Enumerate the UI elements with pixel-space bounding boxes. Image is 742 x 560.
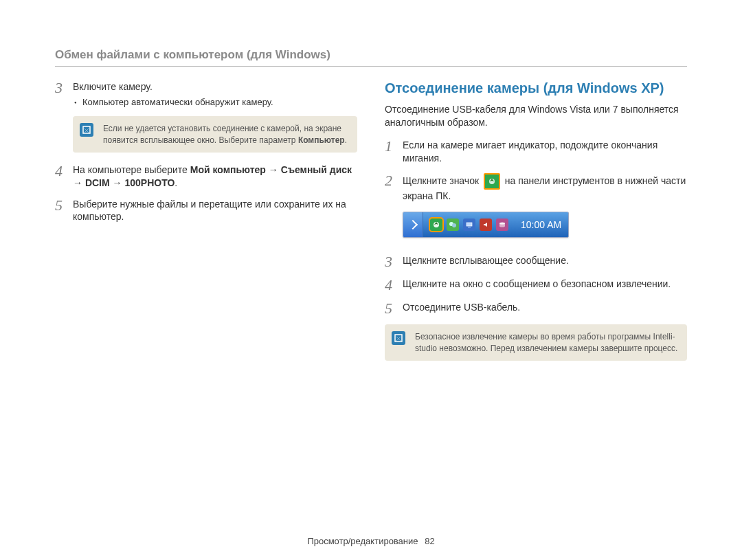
step-3: 3 Включите камеру. Компьютер автоматичес… xyxy=(55,80,357,108)
chevron-right-icon xyxy=(408,220,418,229)
messenger-icon[interactable] xyxy=(447,219,459,231)
step-number: 5 xyxy=(55,198,73,213)
taskbar-start-chevron[interactable] xyxy=(403,212,423,237)
page-footer: Просмотр/редактирование 82 xyxy=(0,536,742,546)
display-icon[interactable] xyxy=(463,219,475,231)
step-4: 4 На компьютере выберите Мой компьютер →… xyxy=(55,164,357,190)
note-icon xyxy=(80,123,93,137)
windows-taskbar: 10:00 AM xyxy=(403,212,569,238)
note-right-text: Безопасное извлечение камеры во время ра… xyxy=(415,332,677,352)
note-icon xyxy=(392,331,405,345)
step-number: 3 xyxy=(55,80,73,96)
left-column: 3 Включите камеру. Компьютер автоматичес… xyxy=(55,80,357,372)
step-number: 2 xyxy=(385,173,403,188)
step-5: 5 Выберите нужные файлы и перетащите или… xyxy=(55,198,357,224)
step-number: 1 xyxy=(385,139,403,154)
right-column: Отсоединение камеры (для Windows XP) Отс… xyxy=(385,80,687,372)
volume-icon[interactable] xyxy=(480,219,492,231)
section-intro: Отсоединение USB-кабеля для Windows Vist… xyxy=(385,103,687,129)
svg-rect-8 xyxy=(395,335,402,341)
step-3-text: Включите камеру. xyxy=(73,81,153,92)
r-step-2: 2 Щелкните значок на панели инструментов… xyxy=(385,173,687,247)
svg-rect-0 xyxy=(83,126,90,133)
taskbar-clock[interactable]: 10:00 AM xyxy=(513,219,561,232)
r-step-3: 3 Щелкните всплывающее сообщение. xyxy=(385,254,687,269)
disk-icon[interactable] xyxy=(496,219,508,231)
footer-label: Просмотр/редактирование xyxy=(307,536,418,546)
system-tray: 10:00 AM xyxy=(423,212,568,237)
svg-rect-6 xyxy=(468,227,471,227)
step-4-prefix: На компьютере выберите xyxy=(73,164,190,175)
page-header: Обмен файлами с компьютером (для Windows… xyxy=(55,48,687,67)
r-step-3-text: Щелкните всплывающее сообщение. xyxy=(403,254,687,267)
step-number: 5 xyxy=(385,301,403,316)
r-step-1: 1 Если на камере мигает индикатор, подож… xyxy=(385,139,687,165)
r-step-4-text: Щелкните на окно с сообщением о безопасн… xyxy=(403,278,687,291)
step-3-bullet: Компьютер автоматически обнаружит камеру… xyxy=(73,96,357,109)
step-number: 3 xyxy=(385,254,403,269)
page-number: 82 xyxy=(425,536,434,546)
r-step-2-pre: Щелкните значок xyxy=(403,175,479,186)
step-number: 4 xyxy=(55,164,73,179)
svg-point-4 xyxy=(452,223,456,227)
step-number: 4 xyxy=(385,278,403,293)
note-left-bold: Компьютер xyxy=(298,135,345,145)
step-5-text: Выберите нужные файлы и перетащите или с… xyxy=(73,198,357,224)
note-left: Если не удается установить соединение с … xyxy=(73,116,357,152)
r-step-4: 4 Щелкните на окно с сообщением о безопа… xyxy=(385,278,687,293)
step-4-suffix: . xyxy=(175,177,177,188)
note-left-suffix: . xyxy=(345,135,347,145)
safely-remove-hardware-icon[interactable] xyxy=(430,219,442,231)
r-step-5: 5 Отсоедините USB-кабель. xyxy=(385,301,687,316)
section-title: Отсоединение камеры (для Windows XP) xyxy=(385,80,687,96)
safely-remove-hardware-icon xyxy=(484,173,500,190)
r-step-1-text: Если на камере мигает индикатор, подожди… xyxy=(403,139,687,165)
svg-rect-5 xyxy=(466,223,472,226)
r-step-5-text: Отсоедините USB-кабель. xyxy=(403,301,687,314)
note-right: Безопасное извлечение камеры во время ра… xyxy=(385,324,687,360)
